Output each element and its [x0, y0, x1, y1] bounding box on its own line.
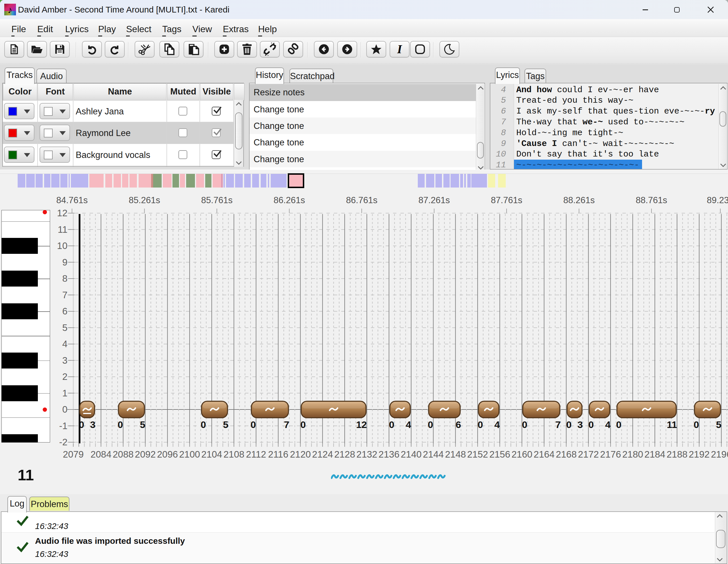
svg-text:0: 0	[300, 419, 306, 430]
svg-text:2156: 2156	[489, 449, 510, 460]
svg-text:2196: 2196	[711, 449, 728, 460]
svg-text:2124: 2124	[312, 449, 333, 460]
svg-text:2144: 2144	[423, 449, 444, 460]
svg-text:2188: 2188	[667, 449, 687, 460]
svg-text:2152: 2152	[467, 449, 488, 460]
svg-text:2116: 2116	[268, 449, 288, 460]
svg-text:2096: 2096	[157, 449, 178, 460]
svg-text:2172: 2172	[578, 449, 599, 460]
svg-text:3: 3	[577, 419, 583, 430]
svg-text:86.761s: 86.761s	[346, 195, 377, 205]
svg-text:0: 0	[118, 419, 123, 430]
svg-text:3: 3	[90, 419, 95, 430]
svg-text:2108: 2108	[223, 449, 244, 460]
svg-text:7: 7	[284, 419, 289, 430]
svg-text:0: 0	[201, 419, 206, 430]
svg-text:2128: 2128	[334, 449, 355, 460]
svg-text:0: 0	[589, 419, 594, 430]
svg-text:12: 12	[57, 208, 67, 218]
svg-text:5: 5	[62, 322, 67, 333]
svg-text:5: 5	[140, 419, 145, 430]
svg-text:9: 9	[62, 257, 67, 267]
svg-text:11: 11	[667, 419, 677, 430]
svg-text:0: 0	[478, 419, 483, 430]
svg-text:0: 0	[250, 419, 256, 430]
svg-text:11: 11	[58, 224, 67, 235]
svg-text:0: 0	[694, 419, 699, 430]
svg-text:10: 10	[57, 240, 67, 251]
svg-text:2120: 2120	[290, 449, 311, 460]
svg-text:89.237: 89.237	[707, 195, 728, 205]
svg-text:2084: 2084	[91, 449, 111, 460]
svg-text:87.261s: 87.261s	[418, 195, 450, 205]
svg-text:2112: 2112	[246, 449, 266, 460]
svg-text:2184: 2184	[644, 449, 665, 460]
svg-text:0: 0	[79, 419, 84, 430]
svg-text:2088: 2088	[113, 449, 133, 460]
svg-text:4: 4	[62, 339, 67, 349]
svg-text:2180: 2180	[622, 449, 643, 460]
svg-text:86.261s: 86.261s	[273, 195, 305, 205]
svg-text:8: 8	[62, 273, 67, 284]
svg-text:4: 4	[605, 419, 610, 430]
svg-text:2: 2	[62, 371, 67, 382]
svg-text:2192: 2192	[689, 449, 710, 460]
svg-text:85.761s: 85.761s	[201, 195, 233, 205]
svg-text:1: 1	[62, 388, 67, 398]
svg-text:5: 5	[716, 419, 721, 430]
svg-text:3: 3	[62, 355, 67, 366]
svg-text:0: 0	[428, 419, 433, 430]
svg-text:4: 4	[494, 419, 500, 430]
svg-text:4: 4	[406, 419, 411, 430]
svg-text:12: 12	[356, 419, 367, 430]
svg-text:2136: 2136	[379, 449, 399, 460]
svg-text:0: 0	[62, 404, 67, 415]
svg-text:2104: 2104	[201, 449, 222, 460]
svg-text:2168: 2168	[556, 449, 577, 460]
svg-text:2140: 2140	[401, 449, 421, 460]
svg-text:2176: 2176	[600, 449, 621, 460]
svg-text:0: 0	[389, 419, 394, 430]
svg-text:0: 0	[522, 419, 527, 430]
svg-text:88.261s: 88.261s	[563, 195, 595, 205]
svg-text:88.761s: 88.761s	[636, 195, 667, 205]
svg-text:85.261s: 85.261s	[129, 195, 160, 205]
svg-text:2132: 2132	[356, 449, 377, 460]
svg-text:2079: 2079	[63, 449, 84, 460]
svg-text:7: 7	[555, 419, 561, 430]
svg-text:-2: -2	[59, 437, 67, 447]
svg-text:2160: 2160	[511, 449, 532, 460]
svg-text:2164: 2164	[534, 449, 554, 460]
svg-text:6: 6	[62, 306, 67, 316]
svg-text:2092: 2092	[135, 449, 156, 460]
svg-text:2100: 2100	[179, 449, 200, 460]
svg-text:5: 5	[223, 419, 228, 430]
svg-text:7: 7	[62, 290, 67, 300]
svg-text:-1: -1	[59, 421, 67, 431]
svg-text:2148: 2148	[445, 449, 466, 460]
svg-text:87.761s: 87.761s	[491, 195, 522, 205]
svg-text:0: 0	[616, 419, 622, 430]
svg-text:6: 6	[456, 419, 461, 430]
svg-text:0: 0	[566, 419, 572, 430]
svg-text:84.761s: 84.761s	[56, 195, 88, 205]
